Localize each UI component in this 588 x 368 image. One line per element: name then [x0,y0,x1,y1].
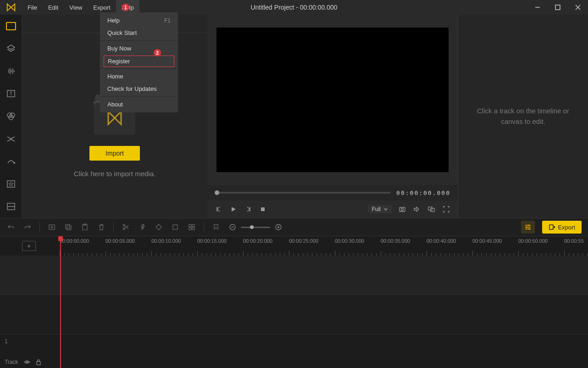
menu-view[interactable]: View [64,0,88,15]
transitions-icon [6,134,16,144]
tab-audio[interactable] [0,60,22,82]
svg-rect-39 [549,225,553,229]
lock-icon[interactable] [36,359,41,365]
close-button[interactable] [568,0,588,15]
minimize-button[interactable] [527,0,548,15]
dropdown-shortcut: F1 [164,17,171,24]
tab-layers[interactable] [0,37,22,60]
delete-button[interactable] [97,223,106,232]
track-row[interactable] [0,295,588,335]
quality-select[interactable]: Full [368,205,392,213]
add-clip-button[interactable] [47,223,56,232]
zoom-thumb[interactable] [250,225,254,229]
badge-register: 2 [154,49,161,56]
svg-rect-28 [192,224,194,227]
track-area[interactable]: 1 Track [0,256,588,368]
dropdown-buynow[interactable]: Buy Now [100,42,178,55]
play-button[interactable] [229,205,238,213]
copy-button[interactable] [64,223,73,232]
ruler-label: 00:00:10.000 [151,238,197,245]
svg-rect-14 [261,207,265,211]
badge-help: 1 [122,4,129,11]
help-dropdown: Help F1 Quick Start Buy Now Register Hom… [100,12,178,112]
track-header: Track [5,359,41,365]
dropdown-about[interactable]: About [100,98,178,111]
zoom-out-button[interactable] [228,223,237,232]
crop-button[interactable] [171,223,180,232]
text-icon: T [6,89,16,99]
preview-canvas[interactable] [216,28,449,172]
compare-button[interactable] [427,205,436,213]
svg-point-9 [13,162,15,164]
tab-motion[interactable] [0,150,22,173]
tab-filters[interactable] [0,105,22,128]
dropdown-register[interactable]: Register [104,56,174,67]
next-frame-button[interactable] [244,205,252,213]
dropdown-quickstart[interactable]: Quick Start [100,27,178,39]
zoom-in-button[interactable] [274,223,283,232]
svg-point-40 [26,361,28,363]
undo-button[interactable] [6,223,16,232]
dropdown-updates[interactable]: Check for Updates [100,83,178,95]
dropdown-separator [100,68,178,69]
paste-button[interactable] [80,223,89,232]
ruler-ticks [60,249,588,256]
chevron-down-icon [383,207,388,212]
track-row[interactable] [0,256,588,295]
waveform-icon [6,66,16,76]
svg-rect-1 [555,5,560,10]
preview-time: 00:00:00.000 [396,190,450,196]
tab-text[interactable]: T [0,83,22,105]
visibility-icon[interactable] [24,359,30,365]
separator [39,222,40,232]
dropdown-label: Register [108,58,130,65]
ruler-label: 00:00:30.000 [335,238,381,245]
properties-panel: Click a track on the timeline or canvas … [458,15,588,218]
separator [113,222,114,232]
ruler-label: 00:00:40.000 [427,238,472,245]
speed-button[interactable] [138,223,147,232]
tab-media[interactable] [0,15,22,37]
redo-button[interactable] [23,223,32,232]
svg-rect-27 [189,224,191,227]
quality-label: Full [372,206,381,212]
scrub-thumb[interactable] [215,190,219,195]
svg-rect-26 [173,225,178,229]
tab-split[interactable] [0,195,22,218]
export-button[interactable]: Export [542,221,582,234]
timeline-toolbar: Export [0,218,588,236]
grid-button[interactable] [187,223,196,232]
keyframe-button[interactable] [154,223,163,232]
zoom-track[interactable] [241,227,270,228]
import-button[interactable]: Import [89,146,140,161]
timeline-settings-button[interactable] [521,221,535,234]
snapshot-button[interactable] [398,205,406,213]
split-button[interactable] [121,223,130,232]
dropdown-label: Check for Updates [107,85,157,92]
tab-elements[interactable] [0,173,22,195]
menu-edit[interactable]: Edit [43,0,64,15]
dropdown-label: Quick Start [107,29,137,36]
scrub-track[interactable] [215,192,391,194]
svg-point-25 [123,228,125,230]
maximize-button[interactable] [548,0,568,15]
volume-button[interactable] [413,205,421,213]
add-track-button[interactable]: + [22,241,36,251]
svg-rect-41 [37,362,40,365]
dropdown-home[interactable]: Home [100,70,178,83]
playhead-handle[interactable] [58,236,63,241]
marker-button[interactable] [211,223,221,232]
dropdown-help[interactable]: Help F1 [100,14,178,27]
fullscreen-button[interactable] [442,205,450,213]
split-icon [6,201,16,212]
tab-transitions[interactable] [0,128,22,150]
window-title: Untitled Project - 00:00:00.000 [250,4,337,11]
main-area: T Import Import Click here to import med… [0,15,588,218]
playhead[interactable] [60,236,61,368]
prev-frame-button[interactable] [215,205,223,213]
dropdown-separator [100,40,178,41]
menu-file[interactable]: File [22,0,43,15]
timeline-ruler[interactable]: + 00:00:00.000 00:00:05.000 00:00:10.000… [0,236,588,256]
stop-button[interactable] [259,205,267,213]
preview-panel: 00:00:00.000 Full [207,15,458,218]
